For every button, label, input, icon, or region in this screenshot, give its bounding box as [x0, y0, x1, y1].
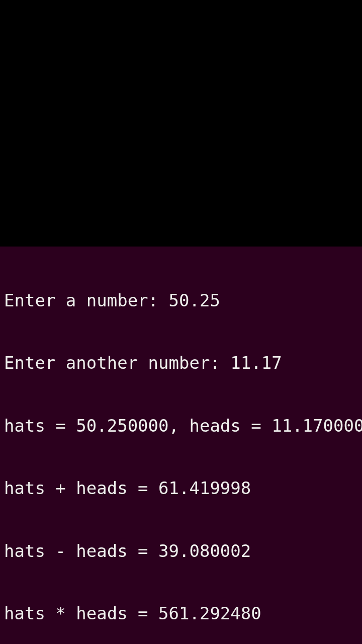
terminal-line: hats - heads = 39.080002: [4, 541, 358, 561]
terminal-line: Enter another number: 11.17: [4, 353, 358, 373]
terminal-line: hats + heads = 61.419998: [4, 478, 358, 499]
terminal-output: Enter a number: 50.25 Enter another numb…: [0, 247, 362, 644]
terminal-line: hats * heads = 561.292480: [4, 603, 358, 624]
terminal-line: hats = 50.250000, heads = 11.170000: [4, 416, 358, 436]
terminal-line: Enter a number: 50.25: [4, 290, 358, 311]
